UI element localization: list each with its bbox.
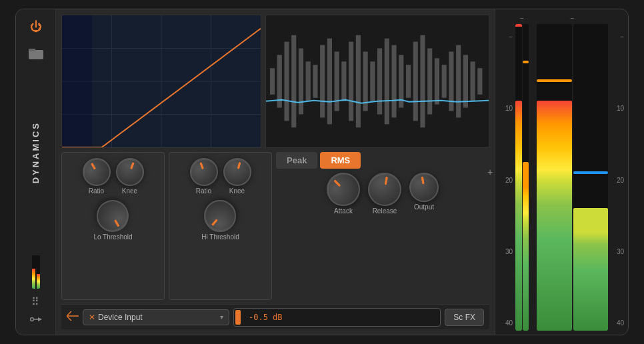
- hi-knee-group: Knee: [223, 158, 251, 195]
- lo-ratio-label: Ratio: [89, 187, 104, 195]
- vu-fill-1a: [515, 101, 522, 331]
- vu-top-minus-2: −: [571, 13, 575, 24]
- scfx-button[interactable]: Sc FX: [445, 309, 484, 326]
- lo-threshold-label: Lo Threshold: [93, 233, 132, 241]
- lo-knee-group: Knee: [116, 158, 144, 195]
- vu-bars-wide: [537, 24, 608, 331]
- rms-button[interactable]: RMS: [320, 152, 361, 169]
- vu-section: + − 10 20 30 40 −: [495, 9, 628, 335]
- hi-threshold-group: Hi Threshold: [201, 200, 239, 241]
- hi-threshold-label: Hi Threshold: [201, 233, 239, 241]
- route-bottom-icon: [67, 311, 79, 323]
- plugin-label: DYNAMICS: [31, 121, 41, 183]
- hi-threshold-knob[interactable]: [198, 193, 243, 239]
- folder-button[interactable]: [27, 44, 45, 63]
- svg-rect-34: [413, 42, 418, 121]
- device-input-dropdown[interactable]: ✕ Device Input ▾: [83, 309, 229, 325]
- transfer-curve-svg: [62, 15, 261, 147]
- sidebar-bottom: ⠿: [30, 255, 42, 327]
- svg-rect-14: [270, 68, 275, 95]
- vu-label-40-left: 40: [499, 319, 513, 327]
- svg-rect-43: [477, 68, 482, 95]
- svg-rect-18: [299, 49, 303, 115]
- hi-ratio-knob[interactable]: [186, 154, 222, 190]
- mini-meter-fill-right: [37, 274, 40, 289]
- power-button[interactable]: ⏻: [27, 17, 45, 36]
- route-icon[interactable]: [30, 315, 42, 327]
- release-label: Release: [373, 207, 397, 215]
- vu-bar-2b: [573, 24, 609, 331]
- peak-button[interactable]: Peak: [276, 152, 317, 169]
- output-knob[interactable]: [407, 171, 441, 205]
- svg-line-45: [67, 316, 71, 321]
- svg-rect-0: [29, 50, 43, 59]
- svg-rect-40: [456, 45, 461, 118]
- mini-meter-left: [32, 255, 40, 289]
- peak-rms-row: Peak RMS: [276, 152, 489, 169]
- svg-rect-35: [420, 35, 425, 128]
- hi-knob-row: Ratio Knee: [190, 158, 251, 195]
- hi-knee-knob[interactable]: [220, 155, 254, 189]
- vu-spacer: [531, 13, 534, 331]
- red-indicator-1: [515, 24, 522, 27]
- svg-rect-31: [391, 45, 396, 118]
- vu-label-30-right: 30: [611, 248, 624, 255]
- vu-label-top-left: −: [499, 33, 513, 41]
- vu-label-top-right: −: [611, 33, 624, 41]
- vu-fill-2a: [537, 101, 572, 331]
- attack-knob[interactable]: [320, 166, 367, 213]
- lo-knee-knob[interactable]: [112, 154, 148, 190]
- hi-ratio-group: Ratio: [190, 158, 218, 195]
- top-row: [61, 15, 489, 148]
- device-x-icon[interactable]: ✕: [89, 313, 95, 322]
- svg-rect-1: [29, 49, 35, 51]
- vu-label-10-right: 10: [611, 105, 624, 112]
- graph-panel: [61, 15, 261, 148]
- vu-bar-1a: [515, 24, 522, 331]
- waveform-panel: [265, 15, 489, 148]
- svg-rect-24: [341, 61, 346, 101]
- mini-meter-fill-left: [32, 269, 35, 289]
- svg-rect-36: [427, 49, 432, 115]
- svg-rect-23: [335, 51, 339, 111]
- svg-rect-19: [306, 61, 311, 101]
- waveform-svg: [266, 15, 489, 147]
- add-channel-left-icon[interactable]: +: [487, 167, 493, 177]
- dots-icon[interactable]: ⠿: [31, 295, 40, 308]
- svg-marker-4: [38, 317, 42, 321]
- svg-point-2: [30, 318, 33, 321]
- lo-knob-row: Ratio Knee: [83, 158, 144, 195]
- svg-rect-37: [435, 58, 439, 104]
- vu-bars-narrow: [515, 24, 529, 331]
- svg-rect-28: [370, 61, 375, 101]
- vu-bar-1b: [523, 24, 529, 331]
- vu-bar-2a: [537, 24, 572, 331]
- svg-rect-26: [356, 35, 361, 128]
- lo-ratio-knob[interactable]: [77, 153, 115, 191]
- vu-labels-right: − 10 20 30 40: [611, 13, 624, 331]
- db-bar: [235, 310, 241, 325]
- svg-line-44: [67, 311, 71, 316]
- vu-top-minus-1: −: [520, 13, 524, 24]
- release-knob[interactable]: [365, 170, 404, 209]
- vu-label-40-right: 40: [611, 319, 624, 327]
- svg-rect-42: [471, 61, 475, 101]
- power-icon: ⏻: [30, 20, 42, 34]
- svg-rect-12: [62, 15, 92, 147]
- vu-label-20-right: 20: [611, 177, 624, 184]
- svg-rect-33: [406, 65, 411, 98]
- hi-ratio-label: Ratio: [196, 187, 211, 195]
- db-value-label: -0.5 dB: [249, 313, 283, 322]
- attack-group: Attack: [327, 173, 360, 215]
- vu-group-2: −: [537, 13, 608, 331]
- output-group: Output: [409, 173, 439, 211]
- lo-ratio-group: Ratio: [83, 158, 111, 195]
- folder-icon: [29, 47, 43, 59]
- release-group: Release: [368, 173, 401, 215]
- db-display: -0.5 dB: [233, 308, 441, 327]
- attack-release-row: Attack Release Output: [276, 173, 489, 215]
- svg-rect-29: [377, 49, 382, 115]
- vu-fill-2b: [573, 208, 609, 331]
- lo-section: Ratio Knee Lo Threshold: [61, 152, 165, 300]
- lo-threshold-knob[interactable]: [91, 194, 135, 238]
